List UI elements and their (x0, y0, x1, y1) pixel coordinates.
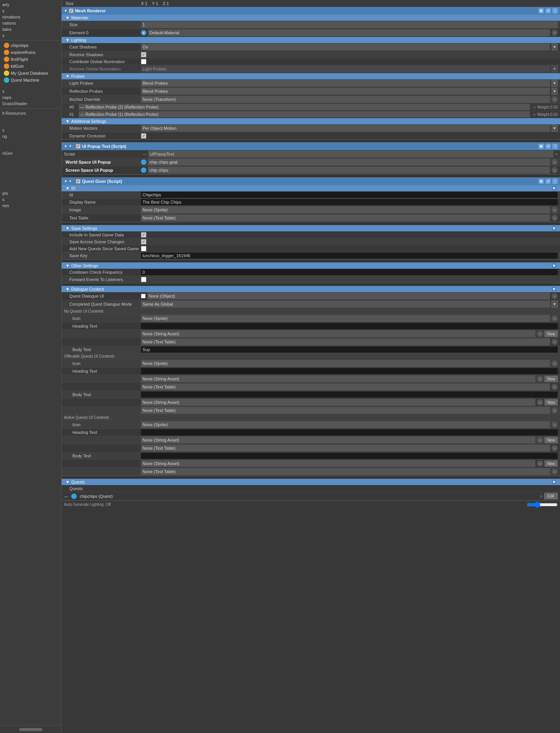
reflection-probes-dropdown[interactable]: ▼ (552, 88, 558, 95)
other-settings-dropdown[interactable]: ▼ (552, 263, 556, 268)
screen-space-value: chip chips (148, 167, 550, 174)
other-settings-header[interactable]: ▼ Other Settings ▼ (62, 263, 560, 269)
element0-circle[interactable]: ○ (552, 30, 558, 36)
probes-header[interactable]: ▼ Probes (62, 73, 560, 79)
ui-popup-icon3[interactable]: ⋮ (552, 144, 558, 149)
mesh-renderer-header[interactable]: ▼ ✓ Mesh Renderer ⊞ ↗ ⋮ (62, 7, 560, 15)
probe0-weight: Weight 0.50 (537, 105, 558, 109)
aq-body-string-new-btn[interactable]: New (545, 460, 558, 467)
divider-save (62, 259, 560, 263)
nq-string-new-btn[interactable]: New (545, 331, 558, 337)
aq-string-circle[interactable]: ○ (537, 437, 543, 443)
save-settings-dropdown[interactable]: ▼ (552, 226, 556, 231)
anchor-override-circle[interactable]: ○ (552, 96, 558, 102)
text-table-circle[interactable]: ○ (552, 215, 558, 221)
sidebar-label-s5: s (1, 196, 60, 202)
mesh-renderer-icon2[interactable]: ↗ (545, 8, 551, 13)
aq-body-table-circle[interactable]: ○ (552, 469, 558, 475)
probe0-circle[interactable]: ○ (533, 105, 536, 109)
nq-icon-circle[interactable]: ○ (552, 315, 558, 321)
contribute-gi-checkbox[interactable] (141, 59, 146, 64)
quest-item-minus[interactable]: — (64, 494, 68, 499)
completed-mode-dropdown[interactable]: ▼ (552, 301, 558, 308)
image-circle[interactable]: ○ (552, 207, 558, 213)
aq-icon-circle[interactable]: ○ (552, 422, 558, 428)
add-new-quests-checkbox[interactable] (141, 246, 146, 251)
aq-text-table-circle[interactable]: ○ (552, 445, 558, 451)
sidebar-item-kill-goh[interactable]: killGoh (1, 63, 60, 70)
quest-dialogue-ui-checkbox[interactable] (141, 294, 146, 298)
motion-vectors-dropdown[interactable]: ▼ (552, 125, 558, 132)
mesh-renderer-checkbox[interactable]: ✓ (69, 8, 74, 13)
quest-giver-icon2[interactable]: ↗ (545, 179, 551, 184)
aq-string-asset-value: None (String Asset) (141, 437, 535, 443)
nq-string-circle[interactable]: ○ (537, 331, 543, 337)
id-section-dropdown[interactable]: ▼ (552, 186, 556, 191)
sidebar-item-quest-machine[interactable]: Quest Machine (1, 77, 60, 84)
cast-shadows-dropdown[interactable]: ▼ (552, 44, 558, 50)
sidebar-item-first-flight[interactable]: firstFlight (1, 56, 60, 63)
quest-giver-checkbox[interactable]: ✓ (76, 179, 80, 184)
quest-giver-icon3[interactable]: ⋮ (552, 179, 558, 184)
sidebar-label-maps: naps (1, 94, 60, 100)
sidebar-item-quest-database[interactable]: My Quest Database (1, 70, 60, 77)
quest-dialogue-ui-circle[interactable]: ○ (552, 293, 558, 299)
save-across-checkbox[interactable]: ✓ (141, 239, 146, 244)
mesh-renderer-icon1[interactable]: ⊞ (538, 8, 544, 13)
lighting-header[interactable]: ▼ Lighting (62, 37, 560, 43)
quests-dropdown[interactable]: ▼ (552, 480, 556, 484)
aq-heading-row: Heading Text (62, 429, 560, 436)
id-section-header[interactable]: ▼ ID ▼ (62, 185, 560, 191)
oq-body-new-btn[interactable]: New (545, 399, 558, 405)
ui-popup-icon1[interactable]: ⊞ (538, 144, 544, 149)
sidebar-scrollbar-thumb[interactable] (19, 728, 42, 731)
oq-text-table-circle[interactable]: ○ (552, 384, 558, 390)
quest-item-circle[interactable]: ○ (540, 494, 543, 499)
ui-popup-checkbox[interactable]: ✓ (76, 144, 80, 149)
sidebar-item-explore-ruins[interactable]: exploreRuins (1, 49, 60, 56)
aq-string-new-btn[interactable]: New (545, 437, 558, 443)
save-settings-header[interactable]: ▼ Save Settings ▼ (62, 225, 560, 231)
world-space-row: World Space UI Popup 🌐 chip chips goal ○ (62, 158, 560, 166)
materials-header[interactable]: ▼ Materials (62, 15, 560, 21)
oq-body-circle[interactable]: ○ (537, 399, 543, 405)
nq-text-table-circle[interactable]: ○ (552, 339, 558, 345)
script-circle[interactable]: ○ (555, 152, 558, 156)
zoom-slider[interactable] (527, 502, 558, 508)
oq-icon-circle[interactable]: ○ (552, 360, 558, 366)
cast-shadows-value: On (141, 44, 550, 50)
display-name-row: Display Name The Best Chip Chips (62, 199, 560, 206)
include-saved-checkbox[interactable]: ✓ (141, 232, 146, 238)
ui-popup-header[interactable]: ▼ + ✓ UI Popup Text (Script) ⊞ ↗ ⋮ (62, 142, 560, 150)
display-name-value: The Best Chip Chips (141, 199, 558, 205)
aq-icon-row: Icon None (Sprite) ○ (62, 421, 560, 429)
forward-events-checkbox[interactable] (141, 277, 146, 282)
quest-edit-button[interactable]: Edit (544, 493, 558, 499)
contribute-gi-label: Contribute Global Illumination (64, 59, 141, 64)
light-probes-dropdown[interactable]: ▼ (552, 80, 558, 87)
oq-body-table-circle[interactable]: ○ (552, 407, 558, 413)
receive-gi-dropdown[interactable]: ▼ (552, 65, 558, 72)
dialogue-content-header[interactable]: ▼ Dialogue Content ▼ (62, 286, 560, 292)
zoom-slider-container (527, 502, 558, 508)
sidebar-item-chipchips[interactable]: chipchips (1, 42, 60, 49)
receive-shadows-checkbox[interactable]: ✓ (141, 52, 146, 57)
oq-string-new-btn[interactable]: New (545, 376, 558, 382)
ui-popup-icon2[interactable]: ↗ (545, 144, 551, 149)
mesh-renderer-icon3[interactable]: ⋮ (552, 8, 558, 13)
dynamic-occlusion-checkbox[interactable]: ✓ (141, 133, 146, 139)
size-row: Size X 1 Y 1 Z 1 (62, 0, 560, 7)
quests-section-header[interactable]: ▼ Quests ▼ (62, 479, 560, 485)
probe1-circle[interactable]: ○ (533, 112, 536, 117)
sidebar-label-tates: tates (1, 26, 60, 32)
screen-space-circle[interactable]: ○ (552, 167, 558, 173)
quest-giver-icon1[interactable]: ⊞ (538, 179, 544, 184)
quest-db-icon (4, 70, 9, 76)
aq-body-string-circle[interactable]: ○ (537, 460, 543, 467)
oq-heading-val (141, 368, 558, 374)
oq-string-circle[interactable]: ○ (537, 376, 543, 382)
quest-giver-header[interactable]: ▼ + ✓ Quest Giver (Script) ⊞ ↗ ⋮ (62, 177, 560, 185)
world-space-circle[interactable]: ○ (552, 159, 558, 165)
additional-settings-header[interactable]: ▼ Additional Settings (62, 118, 560, 124)
dialogue-dropdown[interactable]: ▼ (552, 287, 556, 291)
